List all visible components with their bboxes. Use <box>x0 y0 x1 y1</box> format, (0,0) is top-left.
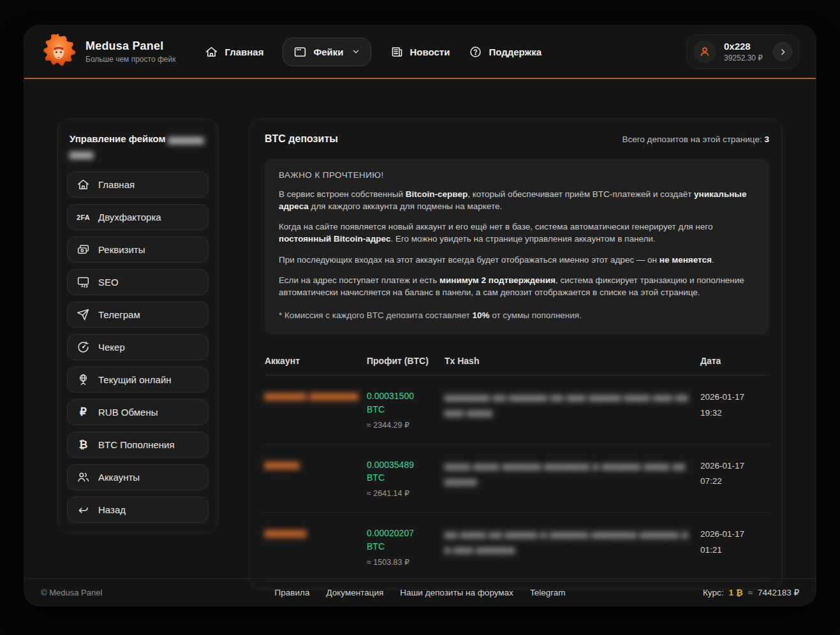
btc-deposits-panel: BTC депозиты Всего депозитов на этой стр… <box>249 119 783 590</box>
sidebar-item-checker[interactable]: Чекер <box>67 334 209 360</box>
account-link-redacted[interactable]: ▆▆▆▆▆▆ ▆▆▆▆▆▆▆ <box>265 391 359 400</box>
notice-paragraph: Когда на сайте появляется новый аккаунт … <box>279 221 755 245</box>
nav-home[interactable]: Главная <box>205 45 263 59</box>
sidebar-item-rub-exchanges[interactable]: ₽ RUB Обмены <box>67 399 209 425</box>
notice-paragraph: В сервис встроен собственный Bitcoin-сер… <box>279 188 755 212</box>
footer-link-rules[interactable]: Правила <box>275 588 310 597</box>
sidebar-title-text: Управление фейком <box>70 133 166 144</box>
fake-management-sidebar: Управление фейком ▆▆▆▆▆▆ ▆▆▆▆ Главная 2F… <box>57 119 218 534</box>
sidebar-title: Управление фейком ▆▆▆▆▆▆ ▆▆▆▆ <box>67 131 209 161</box>
profit-btc: 0.00035489 BTC <box>367 458 422 485</box>
sidebar-item-online[interactable]: Текущий онлайн <box>67 367 209 393</box>
footer-link-docs[interactable]: Документация <box>326 588 383 597</box>
help-icon <box>469 45 482 59</box>
user-name: 0x228 <box>724 41 763 52</box>
brand: Medusa Panel Больше чем просто фейк <box>41 34 175 69</box>
nav-fakes-label: Фейки <box>313 47 343 57</box>
sidebar-item-home[interactable]: Главная <box>67 172 209 198</box>
table-row: ▆▆▆▆▆ 0.00035489 BTC ≈ 2641.14 ₽ ▆▆▆▆ ▆▆… <box>265 444 769 513</box>
rate-rub-value: 7442183 ₽ <box>758 587 799 597</box>
approx-sign: ≈ <box>748 588 753 597</box>
banknotes-icon <box>77 243 90 256</box>
rate-label: Курс: <box>703 588 723 597</box>
profit-btc: 0.00020207 BTC <box>367 527 422 553</box>
sidebar-item-label: Двухфакторка <box>98 212 161 223</box>
target-refresh-icon <box>77 340 90 354</box>
column-header-date: Дата <box>700 356 769 366</box>
content-area: Управление фейком ▆▆▆▆▆▆ ▆▆▆▆ Главная 2F… <box>57 119 783 590</box>
nav-support-label: Поддержка <box>489 47 542 57</box>
sidebar-item-label: SEO <box>98 277 119 288</box>
deposit-date: 2026-01-17 19:32 <box>700 390 769 421</box>
user-icon <box>698 45 711 58</box>
deposit-date: 2026-01-17 01:21 <box>700 527 769 558</box>
sidebar-item-label: RUB Обмены <box>98 407 158 418</box>
deposit-date-value: 2026-01-17 <box>700 458 769 474</box>
sidebar-item-label: Главная <box>98 179 135 190</box>
profit-rub: ≈ 2344.29 ₽ <box>367 420 445 430</box>
deposits-total-label: Всего депозитов на этой странице: <box>622 135 762 144</box>
user-expand-button[interactable] <box>773 42 792 61</box>
sidebar-item-label: Аккаунты <box>98 472 140 483</box>
deposits-table: Аккаунт Профит (BTC) Tx Hash Дата ▆▆▆▆▆▆… <box>265 349 769 581</box>
table-row: ▆▆▆▆▆▆ 0.00020207 BTC ≈ 1503.83 ₽ ▆▆ ▆▆▆… <box>265 513 769 581</box>
sidebar-item-label: Телеграм <box>98 309 140 320</box>
users-icon <box>77 471 90 484</box>
tx-hash-redacted: ▆▆ ▆▆▆▆ ▆▆ ▆▆▆▆▆ ▆ ▆▆▆▆▆▆ ▆▆▆▆▆▆▆ ▆▆▆▆▆▆… <box>445 527 695 557</box>
sidebar-item-accounts[interactable]: Аккаунты <box>67 464 209 490</box>
user-info: 0x228 39252.30 ₽ <box>724 41 763 62</box>
tx-hash-redacted: ▆▆▆▆▆▆▆ ▆▆ ▆▆▆▆▆▆ ▆▆ ▆▆▆ ▆▆▆▆▆ ▆▆▆▆ ▆▆▆ … <box>445 390 695 420</box>
brand-tagline: Больше чем просто фейк <box>85 55 175 64</box>
news-icon <box>390 45 404 59</box>
sidebar-item-btc-deposits[interactable]: ₿ BTC Пополнения <box>67 432 209 458</box>
account-link-redacted[interactable]: ▆▆▆▆▆ <box>265 460 300 469</box>
notice-paragraph: Если на адрес поступает платеж и есть ми… <box>279 274 755 298</box>
sidebar-item-label: BTC Пополнения <box>98 439 175 450</box>
sidebar-menu: Главная 2FA Двухфакторка Реквизиты SEO Т… <box>67 172 209 523</box>
deposit-time-value: 01:21 <box>700 543 769 558</box>
ruble-icon: ₽ <box>77 405 90 419</box>
bitcoin-icon: ₿ <box>77 439 90 451</box>
avatar <box>693 40 716 63</box>
sidebar-item-requisites[interactable]: Реквизиты <box>67 237 209 263</box>
deposit-time-value: 19:32 <box>700 405 769 421</box>
column-header-txhash: Tx Hash <box>445 356 700 366</box>
home-icon <box>77 178 90 191</box>
notice-paragraph: При последующих входах на этот аккаунт в… <box>279 254 755 266</box>
sidebar-item-label: Назад <box>98 504 126 515</box>
sidebar-item-back[interactable]: Назад <box>67 497 209 523</box>
profit-btc: 0.00031500 BTC <box>367 390 422 416</box>
footer: © Medusa Panel Правила Документация Наши… <box>24 578 816 606</box>
main-nav: Главная Фейки Новости Поддержка <box>205 38 542 66</box>
notice-heading: ВАЖНО К ПРОЧТЕНИЮ! <box>279 170 755 180</box>
footer-link-telegram[interactable]: Telegram <box>530 588 566 597</box>
globe-stand-icon <box>77 373 90 386</box>
app-window: Medusa Panel Больше чем просто фейк Глав… <box>24 26 816 606</box>
deposits-total-value: 3 <box>764 135 769 144</box>
footer-link-forum-deposits[interactable]: Наши депозиты на форумах <box>400 588 513 597</box>
sidebar-item-label: Текущий онлайн <box>98 374 172 385</box>
top-header: Medusa Panel Больше чем просто фейк Глав… <box>24 26 816 79</box>
notice-commission-note: * Комиссия с каждого BTC депозита состав… <box>279 309 755 321</box>
sidebar-item-seo[interactable]: SEO <box>67 269 209 295</box>
paper-plane-icon <box>77 308 90 321</box>
user-menu[interactable]: 0x228 39252.30 ₽ <box>686 34 799 69</box>
nav-support[interactable]: Поддержка <box>469 45 542 59</box>
nav-news[interactable]: Новости <box>390 45 450 59</box>
account-link-redacted[interactable]: ▆▆▆▆▆▆ <box>265 528 307 537</box>
sidebar-item-telegram[interactable]: Телеграм <box>67 302 209 328</box>
user-balance: 39252.30 ₽ <box>724 54 763 62</box>
sidebar-title-redacted: ▆▆▆▆▆▆ <box>168 135 203 144</box>
footer-links: Правила Документация Наши депозиты на фо… <box>275 588 566 597</box>
chevron-right-icon <box>779 48 787 56</box>
profit-rub: ≈ 1503.83 ₽ <box>367 557 445 567</box>
monitor-code-icon <box>77 275 90 289</box>
chevron-down-icon <box>351 47 360 56</box>
back-arrow-icon <box>77 503 90 516</box>
footer-copyright: © Medusa Panel <box>41 588 102 597</box>
brand-name: Medusa Panel <box>85 40 175 53</box>
sidebar-item-2fa[interactable]: 2FA Двухфакторка <box>67 204 209 230</box>
deposit-date-value: 2026-01-17 <box>700 390 769 405</box>
brand-text: Medusa Panel Больше чем просто фейк <box>85 40 175 64</box>
nav-fakes[interactable]: Фейки <box>283 38 371 66</box>
